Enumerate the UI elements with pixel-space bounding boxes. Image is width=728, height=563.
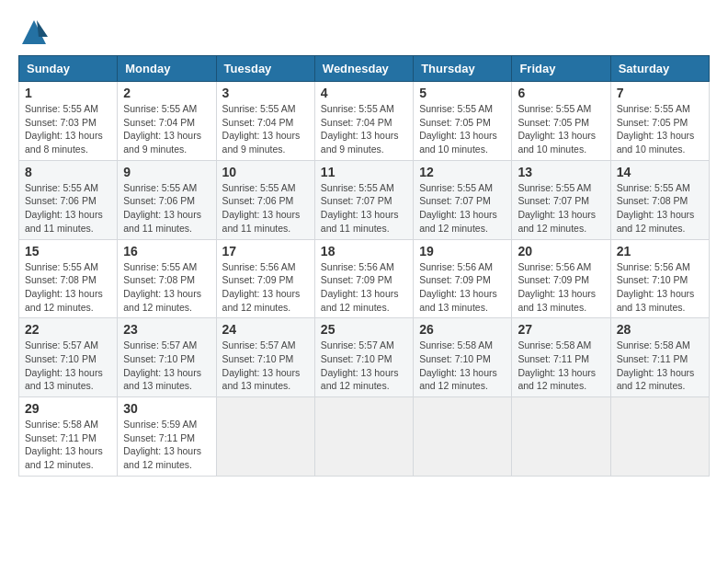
day-info: Sunrise: 5:58 AMSunset: 7:10 PMDaylight:…	[419, 339, 497, 391]
day-info: Sunrise: 5:55 AMSunset: 7:06 PMDaylight:…	[25, 182, 103, 234]
calendar-cell: 28 Sunrise: 5:58 AMSunset: 7:11 PMDaylig…	[610, 318, 709, 397]
calendar-cell: 19 Sunrise: 5:56 AMSunset: 7:09 PMDaylig…	[414, 239, 512, 318]
day-info: Sunrise: 5:58 AMSunset: 7:11 PMDaylight:…	[617, 339, 695, 391]
day-info: Sunrise: 5:58 AMSunset: 7:11 PMDaylight:…	[518, 339, 596, 391]
calendar-cell: 26 Sunrise: 5:58 AMSunset: 7:10 PMDaylig…	[414, 318, 512, 397]
day-info: Sunrise: 5:57 AMSunset: 7:10 PMDaylight:…	[222, 339, 301, 391]
svg-marker-1	[37, 20, 48, 37]
logo	[18, 18, 48, 46]
day-info: Sunrise: 5:55 AMSunset: 7:05 PMDaylight:…	[419, 103, 497, 155]
day-number: 26	[419, 322, 506, 337]
day-number: 9	[123, 165, 210, 179]
calendar-cell: 12 Sunrise: 5:55 AMSunset: 7:07 PMDaylig…	[414, 160, 512, 239]
calendar-cell	[610, 397, 709, 477]
day-info: Sunrise: 5:56 AMSunset: 7:09 PMDaylight:…	[419, 261, 497, 313]
calendar-cell: 24 Sunrise: 5:57 AMSunset: 7:10 PMDaylig…	[216, 318, 314, 397]
calendar-cell: 17 Sunrise: 5:56 AMSunset: 7:09 PMDaylig…	[216, 239, 314, 318]
calendar-cell: 30 Sunrise: 5:59 AMSunset: 7:11 PMDaylig…	[118, 397, 216, 477]
day-number: 7	[617, 86, 703, 100]
day-number: 2	[123, 86, 210, 100]
day-info: Sunrise: 5:57 AMSunset: 7:10 PMDaylight:…	[25, 339, 103, 391]
day-info: Sunrise: 5:59 AMSunset: 7:11 PMDaylight:…	[123, 419, 201, 470]
calendar-cell	[216, 397, 314, 477]
day-info: Sunrise: 5:56 AMSunset: 7:09 PMDaylight:…	[321, 261, 399, 313]
day-info: Sunrise: 5:57 AMSunset: 7:10 PMDaylight:…	[123, 339, 201, 391]
day-number: 21	[617, 244, 703, 259]
weekday-header: Tuesday	[216, 56, 314, 82]
calendar-cell	[414, 397, 512, 477]
calendar-table: SundayMondayTuesdayWednesdayThursdayFrid…	[18, 55, 710, 477]
day-number: 3	[222, 86, 309, 100]
day-number: 19	[419, 244, 506, 259]
day-info: Sunrise: 5:58 AMSunset: 7:11 PMDaylight:…	[25, 419, 103, 470]
day-number: 30	[123, 401, 210, 416]
calendar-cell: 18 Sunrise: 5:56 AMSunset: 7:09 PMDaylig…	[314, 239, 413, 318]
calendar-cell: 14 Sunrise: 5:55 AMSunset: 7:08 PMDaylig…	[610, 160, 709, 239]
day-number: 17	[222, 244, 309, 259]
weekday-header: Sunday	[19, 56, 118, 82]
calendar-cell	[314, 397, 413, 477]
day-number: 24	[222, 322, 309, 337]
day-number: 22	[25, 322, 111, 337]
day-number: 12	[419, 165, 506, 179]
calendar-week-row: 29 Sunrise: 5:58 AMSunset: 7:11 PMDaylig…	[19, 397, 710, 477]
calendar-cell: 9 Sunrise: 5:55 AMSunset: 7:06 PMDayligh…	[118, 160, 216, 239]
day-info: Sunrise: 5:55 AMSunset: 7:08 PMDaylight:…	[25, 261, 103, 313]
day-info: Sunrise: 5:55 AMSunset: 7:04 PMDaylight:…	[123, 103, 201, 155]
weekday-header: Thursday	[414, 56, 512, 82]
calendar-cell: 3 Sunrise: 5:55 AMSunset: 7:04 PMDayligh…	[216, 82, 314, 161]
calendar-cell: 21 Sunrise: 5:56 AMSunset: 7:10 PMDaylig…	[610, 239, 709, 318]
day-info: Sunrise: 5:55 AMSunset: 7:03 PMDaylight:…	[25, 103, 103, 155]
calendar-header-row: SundayMondayTuesdayWednesdayThursdayFrid…	[19, 56, 710, 82]
day-number: 25	[321, 322, 407, 337]
day-number: 4	[321, 86, 407, 100]
day-info: Sunrise: 5:55 AMSunset: 7:07 PMDaylight:…	[419, 182, 497, 234]
weekday-header: Wednesday	[314, 56, 413, 82]
day-number: 20	[518, 244, 604, 259]
day-info: Sunrise: 5:55 AMSunset: 7:07 PMDaylight:…	[321, 182, 399, 234]
day-info: Sunrise: 5:55 AMSunset: 7:07 PMDaylight:…	[518, 182, 596, 234]
weekday-header: Saturday	[610, 56, 709, 82]
day-number: 16	[123, 244, 210, 259]
calendar-week-row: 8 Sunrise: 5:55 AMSunset: 7:06 PMDayligh…	[19, 160, 710, 239]
day-info: Sunrise: 5:55 AMSunset: 7:06 PMDaylight:…	[123, 182, 201, 234]
calendar-cell: 20 Sunrise: 5:56 AMSunset: 7:09 PMDaylig…	[512, 239, 610, 318]
day-info: Sunrise: 5:57 AMSunset: 7:10 PMDaylight:…	[321, 339, 399, 391]
calendar-cell: 16 Sunrise: 5:55 AMSunset: 7:08 PMDaylig…	[118, 239, 216, 318]
day-info: Sunrise: 5:55 AMSunset: 7:05 PMDaylight:…	[617, 103, 695, 155]
calendar-cell: 11 Sunrise: 5:55 AMSunset: 7:07 PMDaylig…	[314, 160, 413, 239]
calendar-cell: 8 Sunrise: 5:55 AMSunset: 7:06 PMDayligh…	[19, 160, 118, 239]
day-number: 1	[25, 86, 111, 100]
calendar-week-row: 22 Sunrise: 5:57 AMSunset: 7:10 PMDaylig…	[19, 318, 710, 397]
day-number: 11	[321, 165, 407, 179]
calendar-cell: 23 Sunrise: 5:57 AMSunset: 7:10 PMDaylig…	[118, 318, 216, 397]
calendar-cell: 10 Sunrise: 5:55 AMSunset: 7:06 PMDaylig…	[216, 160, 314, 239]
calendar-cell: 5 Sunrise: 5:55 AMSunset: 7:05 PMDayligh…	[414, 82, 512, 161]
day-info: Sunrise: 5:55 AMSunset: 7:06 PMDaylight:…	[222, 182, 301, 234]
day-number: 6	[518, 86, 604, 100]
calendar-cell: 13 Sunrise: 5:55 AMSunset: 7:07 PMDaylig…	[512, 160, 610, 239]
day-number: 8	[25, 165, 111, 179]
calendar-cell: 29 Sunrise: 5:58 AMSunset: 7:11 PMDaylig…	[19, 397, 118, 477]
calendar-cell: 4 Sunrise: 5:55 AMSunset: 7:04 PMDayligh…	[314, 82, 413, 161]
calendar-cell: 7 Sunrise: 5:55 AMSunset: 7:05 PMDayligh…	[610, 82, 709, 161]
day-number: 27	[518, 322, 604, 337]
calendar-cell: 27 Sunrise: 5:58 AMSunset: 7:11 PMDaylig…	[512, 318, 610, 397]
day-number: 13	[518, 165, 604, 179]
day-info: Sunrise: 5:55 AMSunset: 7:04 PMDaylight:…	[222, 103, 301, 155]
day-info: Sunrise: 5:56 AMSunset: 7:09 PMDaylight:…	[518, 261, 596, 313]
calendar-cell: 6 Sunrise: 5:55 AMSunset: 7:05 PMDayligh…	[512, 82, 610, 161]
day-info: Sunrise: 5:55 AMSunset: 7:08 PMDaylight:…	[617, 182, 695, 234]
calendar-week-row: 1 Sunrise: 5:55 AMSunset: 7:03 PMDayligh…	[19, 82, 710, 161]
page-header	[18, 18, 710, 46]
day-number: 29	[25, 401, 111, 416]
calendar-cell: 25 Sunrise: 5:57 AMSunset: 7:10 PMDaylig…	[314, 318, 413, 397]
weekday-header: Monday	[118, 56, 216, 82]
calendar-cell: 2 Sunrise: 5:55 AMSunset: 7:04 PMDayligh…	[118, 82, 216, 161]
day-info: Sunrise: 5:55 AMSunset: 7:08 PMDaylight:…	[123, 261, 201, 313]
day-number: 5	[419, 86, 506, 100]
day-info: Sunrise: 5:56 AMSunset: 7:09 PMDaylight:…	[222, 261, 301, 313]
day-number: 23	[123, 322, 210, 337]
weekday-header: Friday	[512, 56, 610, 82]
day-number: 18	[321, 244, 407, 259]
